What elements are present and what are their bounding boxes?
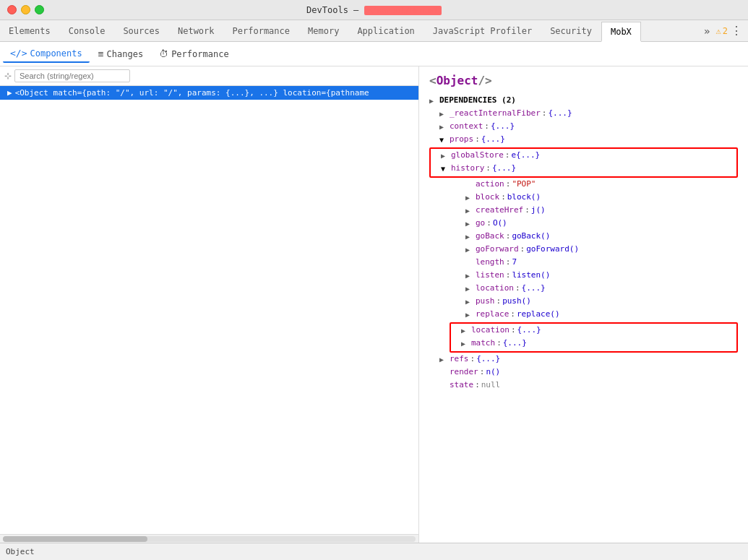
arrow-replace: ▶ — [465, 309, 473, 321]
tree-area[interactable]: ▶ <Object match={path: "/", url: "/", pa… — [0, 86, 418, 534]
prop-goForward[interactable]: ▶ goForward : goForward() — [429, 244, 738, 257]
val-listen: listen() — [512, 270, 550, 280]
red-box-globalstore-history: ▶ globalStore : e{...} ▼ history : {...} — [429, 147, 738, 178]
key-render: render — [450, 367, 478, 376]
dependencies-row[interactable]: ▶ DEPENDENCIES (2) — [429, 95, 738, 108]
url-bar: 8/manual/Manual — [364, 6, 442, 15]
key-goBack: goBack — [476, 231, 504, 241]
val-context: {...} — [491, 121, 515, 131]
key-location-history: location — [476, 283, 514, 293]
tab-security[interactable]: Security — [541, 20, 601, 41]
prop-props[interactable]: ▼ props : {...} — [429, 134, 738, 147]
key-globalStore: globalStore — [451, 150, 504, 160]
search-bar: ⊹ — [0, 66, 418, 86]
prop-render[interactable]: ▶ render : n() — [429, 366, 738, 379]
key-history: history — [451, 163, 484, 173]
prop-listen[interactable]: ▶ listen : listen() — [429, 270, 738, 283]
val-refs: {...} — [476, 354, 500, 363]
tab-sources[interactable]: Sources — [114, 20, 169, 41]
components-icon: </> — [10, 48, 27, 59]
prop-location-history[interactable]: ▶ location : {...} — [429, 283, 738, 296]
arrow-goBack: ▶ — [465, 231, 473, 243]
search-input[interactable] — [14, 69, 130, 82]
val-location-prop: {...} — [517, 325, 541, 335]
tab-performance-secondary[interactable]: ⏱ Performance — [152, 46, 236, 62]
arrow-goForward: ▶ — [465, 244, 473, 256]
arrow-location-history: ▶ — [465, 283, 473, 295]
tab-changes[interactable]: ≡ Changes — [91, 46, 150, 62]
prop-history[interactable]: ▼ history : {...} — [431, 163, 736, 176]
tab-network[interactable]: Network — [169, 20, 224, 41]
arrow-go: ▶ — [465, 218, 473, 230]
val-globalStore: e{...} — [511, 150, 540, 160]
prop-context[interactable]: ▶ context : {...} — [429, 121, 738, 134]
key-reactInternalFiber: _reactInternalFiber — [450, 108, 541, 118]
warning-icon: ⚠ — [716, 26, 721, 36]
deps-label: DEPENDENCIES (2) — [439, 95, 516, 105]
selected-item-text: <Object match={path: "/", url: "/", para… — [15, 88, 369, 98]
deps-expand-arrow: ▶ — [429, 95, 437, 107]
val-state: null — [481, 380, 501, 389]
more-options-button[interactable]: ⋮ — [731, 24, 742, 38]
left-panel: ⊹ ▶ <Object match={path: "/", url: "/", … — [0, 66, 419, 543]
prop-refs[interactable]: ▶ refs : {...} — [429, 353, 738, 366]
key-match-prop: match — [471, 338, 495, 348]
key-push: push — [476, 296, 495, 306]
tab-mobx[interactable]: MobX — [601, 22, 641, 42]
val-location-history: {...} — [522, 283, 546, 293]
val-history: {...} — [492, 163, 516, 173]
prop-action[interactable]: ▶ action : "POP" — [429, 178, 738, 191]
val-goForward: goForward() — [526, 244, 579, 254]
key-context: context — [450, 121, 483, 131]
main-content: ⊹ ▶ <Object match={path: "/", url: "/", … — [0, 66, 748, 543]
minimize-button[interactable] — [21, 5, 30, 14]
val-createHref: j() — [531, 205, 546, 215]
close-button[interactable] — [7, 5, 17, 14]
val-action: "POP" — [512, 179, 536, 189]
tab-application[interactable]: Application — [348, 20, 424, 41]
val-match-prop: {...} — [503, 338, 527, 348]
key-goForward: goForward — [476, 244, 519, 254]
prop-replace[interactable]: ▶ replace : replace() — [429, 309, 738, 322]
prop-goBack[interactable]: ▶ goBack : goBack() — [429, 231, 738, 244]
changes-icon: ≡ — [98, 48, 104, 59]
prop-state[interactable]: ▶ state : null — [429, 379, 738, 392]
secondary-toolbar: </> Components ≡ Changes ⏱ Performance — [0, 42, 748, 66]
prop-location-prop[interactable]: ▶ location : {...} — [451, 324, 736, 337]
arrow-createHref: ▶ — [465, 205, 473, 217]
left-panel-scrollbar[interactable] — [0, 534, 418, 543]
more-tabs-button[interactable]: » — [701, 24, 713, 38]
red-box-location-match: ▶ location : {...} ▶ match : {...} — [450, 322, 738, 353]
selected-tree-item[interactable]: ▶ <Object match={path: "/", url: "/", pa… — [0, 86, 418, 100]
tab-components[interactable]: </> Components — [3, 45, 90, 63]
warning-badge: ⚠ 2 — [716, 26, 728, 36]
prop-globalStore[interactable]: ▶ globalStore : e{...} — [431, 150, 736, 163]
val-render: n() — [486, 367, 500, 376]
devtools-top-tabs: Elements Console Sources Network Perform… — [0, 20, 748, 42]
arrow-block: ▶ — [465, 192, 473, 204]
scrollbar-thumb — [3, 536, 147, 542]
cursor-icon[interactable]: ⊹ — [4, 71, 12, 81]
prop-push[interactable]: ▶ push : push() — [429, 296, 738, 309]
prop-reactInternalFiber[interactable]: ▶ _reactInternalFiber : {...} — [429, 108, 738, 121]
prop-length[interactable]: ▶ length : 7 — [429, 257, 738, 270]
val-reactInternalFiber: {...} — [548, 108, 572, 118]
prop-go[interactable]: ▶ go : O() — [429, 217, 738, 231]
tab-console[interactable]: Console — [60, 20, 115, 41]
tab-js-profiler[interactable]: JavaScript Profiler — [424, 20, 541, 41]
prop-block[interactable]: ▶ block : block() — [429, 191, 738, 204]
arrow-location-prop: ▶ — [461, 325, 468, 337]
tab-end-controls: » ⚠ 2 ⋮ — [695, 20, 748, 41]
tab-performance[interactable]: Performance — [224, 20, 299, 41]
maximize-button[interactable] — [35, 5, 44, 14]
prop-createHref[interactable]: ▶ createHref : j() — [429, 204, 738, 217]
performance-label: Performance — [171, 49, 228, 59]
title-bar-text: DevTools — 8/manual/Manual — [306, 5, 442, 15]
tab-memory[interactable]: Memory — [299, 20, 348, 41]
right-panel: <Object/> ▶ DEPENDENCIES (2) ▶ _reactInt… — [419, 66, 748, 543]
val-go: O() — [493, 218, 507, 228]
key-location-prop: location — [471, 325, 510, 335]
tab-elements[interactable]: Elements — [0, 20, 60, 41]
prop-match-prop[interactable]: ▶ match : {...} — [451, 337, 736, 350]
arrow-context: ▶ — [439, 121, 447, 133]
